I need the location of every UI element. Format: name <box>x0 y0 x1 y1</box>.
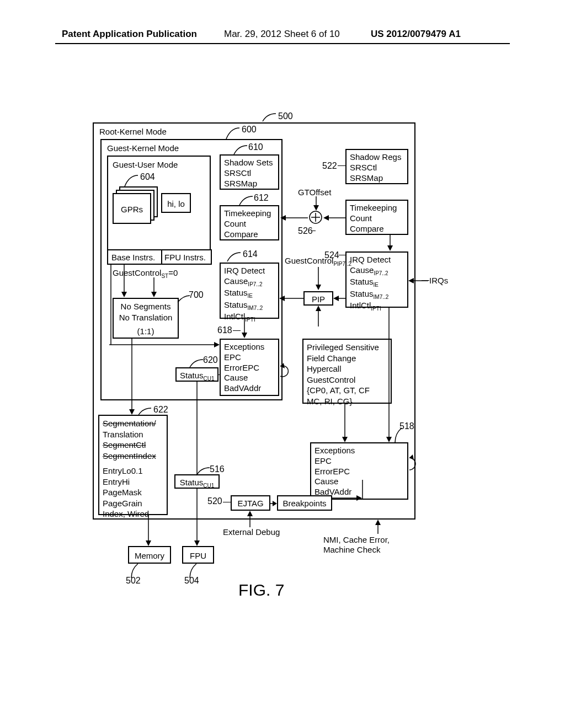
irqs-label: IRQs <box>429 276 448 285</box>
exc-g-c: Cause <box>224 373 275 383</box>
svg-marker-51 <box>194 540 200 546</box>
arrow-base-exc <box>107 341 222 349</box>
ref-612: 612 <box>254 193 269 203</box>
hdr-rule <box>55 43 510 44</box>
gcpip-label: GuestControlPIP7..2 <box>285 256 351 267</box>
arrow-base-down <box>120 264 128 298</box>
leader-524 <box>339 255 345 255</box>
irq-r-c: StatusIM7..2 <box>350 289 404 301</box>
svg-marker-9 <box>280 363 285 368</box>
seg-a: Segmentation/ <box>103 418 163 429</box>
irq-r-d: IntlCtlIPTI <box>350 301 404 313</box>
time-g-b: Compare <box>224 229 275 240</box>
seg-e: EntryLo0.1 <box>103 465 163 477</box>
memory-label: Memory <box>135 551 164 560</box>
timekeeping-r: Timekeeping Count Compare <box>345 200 408 235</box>
svg-marker-47 <box>375 520 381 525</box>
leader-502 <box>131 564 141 579</box>
shadow-r-t: Shadow Regs <box>350 152 404 163</box>
svg-marker-18 <box>280 215 286 221</box>
arrow-seg-mem <box>145 515 152 547</box>
priv-box: Privileged Sensitive Field Change Hyperc… <box>302 339 392 404</box>
irq-detect-r: IRQ Detect CauseIP7..2 StatusIE StatusIM… <box>345 251 408 308</box>
arrow-noseg-seg <box>128 339 136 416</box>
gprs-label: GPRs <box>121 205 143 214</box>
noseg-b: No Translation <box>117 312 174 323</box>
noseg-a: No Segments <box>117 301 174 312</box>
svg-marker-40 <box>273 501 277 506</box>
ejtag-label: EJTAG <box>237 499 263 508</box>
gprs-box: GPRs <box>113 193 151 224</box>
leader-614 <box>227 249 244 264</box>
shadow-sets-g-a: SRSCtl <box>224 168 275 179</box>
priv-c: Hypercall <box>307 363 387 374</box>
time-g-t: Timekeeping <box>224 208 275 219</box>
svg-marker-49 <box>146 540 151 546</box>
arrow-irqr-pip <box>333 295 347 302</box>
shadow-r-a: SRSCtl <box>350 163 404 173</box>
fpu-box: FPU <box>182 546 214 564</box>
exc-r-a: EPC <box>315 456 404 467</box>
figure-number: FIG. 7 <box>238 581 284 599</box>
exc-g-a: EPC <box>224 352 275 363</box>
svg-marker-30 <box>316 306 321 311</box>
arrow-priv-exc <box>341 404 349 443</box>
arrow-bkpt-exc-up <box>359 480 366 500</box>
arrow-nmi <box>374 520 382 535</box>
svg-marker-24 <box>316 285 321 290</box>
arrow-pip-irqg <box>279 295 305 302</box>
priv-d: GuestControl <box>307 374 387 386</box>
ref-622: 622 <box>153 405 168 415</box>
leader-500 <box>263 110 279 122</box>
pip-box: PIP <box>303 291 333 306</box>
fpu-label: FPU <box>190 551 206 560</box>
guest-user-title: Guest-User Mode <box>113 160 178 169</box>
exc-r-loop-icon <box>407 456 423 474</box>
svg-marker-20 <box>387 245 393 251</box>
arrow-base-down-seg <box>107 264 115 345</box>
irq-g-b: StatusIE <box>224 288 275 300</box>
nmi-a: NMI, Cache Error, <box>323 535 390 544</box>
ref-600: 600 <box>242 125 257 135</box>
ref-500: 500 <box>278 111 293 121</box>
arrow-extdbg <box>246 511 254 528</box>
hdr-right: US 2012/0079479 A1 <box>371 29 461 40</box>
arrow-irqg-exc <box>241 318 248 339</box>
arrow-count-adder <box>322 214 347 222</box>
ejtag-box: EJTAG <box>231 495 270 511</box>
ref-522: 522 <box>322 161 337 171</box>
shadow-r-b: SRSMap <box>350 173 404 184</box>
svg-marker-16 <box>323 215 329 221</box>
svg-marker-32 <box>342 437 348 442</box>
arrow-irqs-in <box>408 277 429 285</box>
svg-marker-22 <box>408 278 414 283</box>
arrow-ejtag-bkpt <box>270 500 278 507</box>
exc-r-b: ErrorEPC <box>315 467 404 477</box>
shadow-sets-g: Shadow Sets SRSCtl SRSMap <box>220 154 279 190</box>
irq-detect-g: IRQ Detect CauseIP7..2 StatusIE StatusIM… <box>220 263 279 319</box>
shadow-regs-r: Shadow Regs SRSCtl SRSMap <box>345 149 408 184</box>
breakpoints-box: Breakpoints <box>277 495 332 511</box>
gtoffset-label: GTOffset <box>298 188 331 197</box>
svg-marker-34 <box>386 437 392 442</box>
ref-700: 700 <box>189 290 204 300</box>
arrow-pip-up <box>315 306 322 328</box>
ref-520: 520 <box>207 496 222 506</box>
extdbg-label: External Debug <box>223 527 280 537</box>
arrow-irqr-exc <box>385 308 393 443</box>
svg-marker-37 <box>129 409 135 415</box>
seg-i: Index, Wired <box>103 508 163 520</box>
pip-label: PIP <box>312 295 325 304</box>
root-kernel-title: Root-Kernel Mode <box>99 127 167 136</box>
irq-g-a: CauseIP7..2 <box>224 276 275 288</box>
fpu-instrs: FPU Instrs. <box>164 253 206 262</box>
irq-r-t: IRQ Detect <box>350 255 404 265</box>
arrow-gc-down <box>150 264 158 298</box>
arrow-gcpip <box>315 267 322 291</box>
breakpoints-label: Breakpoints <box>282 499 326 508</box>
svg-marker-3 <box>151 292 157 297</box>
hdr-left: Patent Application Publication <box>62 29 197 40</box>
time-r-t: Timekeeping <box>350 203 404 213</box>
svg-marker-7 <box>214 342 220 347</box>
seg-d: SegmentIndex <box>103 451 163 462</box>
